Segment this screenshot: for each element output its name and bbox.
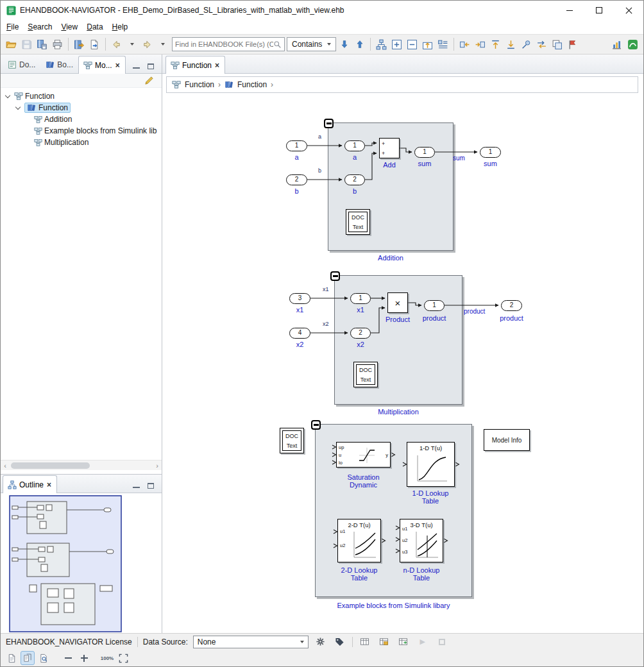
lookup-2d-block[interactable]: 2-D T(u) u1 u2 — [337, 519, 381, 562]
zoom-in-button[interactable] — [77, 651, 91, 665]
lookup-nd-block[interactable]: 3-D T(u) u1 u2 u3 — [400, 519, 443, 562]
doc-text-block[interactable]: DOC Text — [346, 209, 370, 235]
maximize-view-button[interactable] — [148, 483, 154, 489]
outport-block[interactable]: 2 — [501, 300, 522, 311]
tree-item-example-blocks[interactable]: Example blocks from Simulink lib — [1, 125, 162, 137]
signal-sink-button[interactable] — [504, 37, 518, 52]
breadcrumb-item-function[interactable]: Function — [185, 80, 214, 89]
tab-outline[interactable]: Outline × — [3, 475, 57, 493]
menu-help[interactable]: Help — [108, 21, 133, 33]
addition-collapse-button[interactable] — [324, 119, 334, 128]
model-canvas[interactable]: 1 a 2 b a b 1 a 2 b + + Add 1 sum sum 1 … — [162, 96, 643, 633]
model-info-block[interactable]: Model Info — [484, 429, 530, 451]
inner-inport-block[interactable]: 1 — [350, 293, 371, 304]
scroll-left-icon[interactable]: ‹ — [1, 461, 10, 470]
page-preview-button[interactable] — [37, 651, 51, 665]
inport-block[interactable]: 3 — [289, 293, 310, 304]
doc-text-block[interactable]: DOC Text — [280, 428, 304, 453]
continuous-view-button[interactable] — [21, 651, 35, 665]
outport-block[interactable]: 1 — [480, 147, 501, 158]
inner-inport-block[interactable]: 2 — [350, 328, 371, 339]
add-block[interactable]: + + — [379, 138, 400, 158]
zoom-100-button[interactable]: 100% — [100, 651, 114, 665]
settings-button[interactable] — [314, 635, 328, 649]
fit-to-view-button[interactable] — [116, 651, 130, 665]
contains-dropdown[interactable]: Contains — [287, 37, 336, 51]
find-next-button[interactable] — [337, 37, 352, 52]
search-input[interactable] — [175, 40, 273, 48]
collapse-subsystem-button[interactable] — [405, 37, 419, 52]
minimize-view-button[interactable] — [133, 63, 140, 69]
inner-inport-block[interactable]: 2 — [344, 174, 365, 185]
inport-block[interactable]: 4 — [289, 328, 310, 339]
expander-icon[interactable] — [5, 92, 10, 97]
tab-close-icon[interactable]: × — [46, 481, 52, 489]
link-selection-button[interactable] — [534, 37, 549, 52]
find-previous-button[interactable] — [352, 37, 367, 52]
measure-chart-button[interactable] — [609, 37, 624, 52]
print-button[interactable] — [50, 37, 65, 52]
inport-block[interactable]: 1 — [286, 140, 307, 151]
start-measure-button[interactable]: ▶ — [416, 635, 430, 649]
export-book-button[interactable] — [72, 37, 87, 52]
product-block[interactable]: × — [387, 292, 408, 313]
open-file-button[interactable] — [4, 37, 19, 52]
tab-function[interactable]: Function × — [165, 56, 225, 74]
data-source-select[interactable]: None — [193, 636, 309, 648]
trace-signal-forward-button[interactable] — [473, 37, 487, 52]
maximize-view-button[interactable] — [148, 63, 154, 69]
tab-close-icon[interactable]: × — [115, 62, 121, 69]
tab-books[interactable]: Bo... — [40, 56, 78, 73]
window-close-button[interactable] — [614, 1, 643, 20]
menu-search[interactable]: Search — [23, 21, 56, 33]
signal-source-button[interactable] — [488, 37, 503, 52]
scrollbar-track[interactable] — [10, 462, 153, 469]
tree-item-addition[interactable]: Addition — [1, 114, 162, 125]
pin-view-button[interactable] — [519, 37, 534, 52]
trace-signal-back-button[interactable] — [457, 37, 472, 52]
lookup-1d-block[interactable]: 1-D T(u) — [407, 442, 455, 487]
examples-collapse-button[interactable] — [311, 420, 321, 430]
outport-block[interactable]: 1 — [424, 300, 445, 311]
save-button[interactable] — [19, 37, 34, 52]
tree-item-multiplication[interactable]: Multiplication — [1, 137, 162, 148]
goto-parent-button[interactable] — [420, 37, 435, 52]
export-page-button[interactable] — [87, 37, 102, 52]
window-maximize-button[interactable] — [584, 1, 614, 20]
edit-pencil-icon[interactable] — [144, 76, 154, 85]
inner-inport-block[interactable]: 1 — [344, 140, 365, 151]
tab-model[interactable]: Mo... × — [78, 56, 126, 74]
forward-history-dropdown[interactable] — [155, 37, 170, 52]
saturation-dynamic-block[interactable]: up u lo y — [336, 442, 391, 468]
expand-subsystem-button[interactable] — [389, 37, 404, 52]
bookmark-button[interactable] — [565, 37, 580, 52]
tree-item-function-root[interactable]: Function — [1, 90, 162, 102]
multiplication-collapse-button[interactable] — [330, 271, 340, 281]
label-export-button[interactable] — [396, 635, 411, 649]
scrollbar-thumb[interactable] — [11, 462, 90, 469]
model-list-view-button[interactable] — [436, 37, 450, 52]
menu-data[interactable]: Data — [82, 21, 107, 33]
outport-block[interactable]: 1 — [414, 147, 435, 158]
minimize-view-button[interactable] — [133, 482, 140, 489]
menu-file[interactable]: File — [2, 21, 23, 33]
expander-icon[interactable] — [15, 104, 21, 109]
label-list-button[interactable] — [358, 635, 372, 649]
tree-item-function[interactable]: Function — [1, 102, 162, 114]
model-tree[interactable]: Function Function Addition Example block… — [1, 88, 162, 460]
tree-horizontal-scrollbar[interactable]: ‹ › — [1, 460, 162, 470]
single-page-view-button[interactable] — [4, 651, 19, 665]
menu-view[interactable]: View — [56, 21, 82, 33]
label-values-button[interactable] — [377, 635, 391, 649]
outline-thumbnail[interactable] — [9, 495, 122, 632]
copy-view-button[interactable] — [550, 37, 564, 52]
scroll-right-icon[interactable]: › — [153, 461, 162, 470]
selected-tree-item[interactable]: Function — [24, 103, 71, 113]
navigate-back-button[interactable] — [109, 37, 124, 52]
save-library-button[interactable] — [35, 37, 49, 52]
label-manager-button[interactable] — [333, 635, 347, 649]
breadcrumb-item-function-child[interactable]: Function — [237, 80, 267, 89]
model-hierarchy-button[interactable] — [374, 37, 389, 52]
open-in-matlab-button[interactable] — [625, 37, 640, 52]
tab-document[interactable]: Do... — [3, 56, 40, 73]
